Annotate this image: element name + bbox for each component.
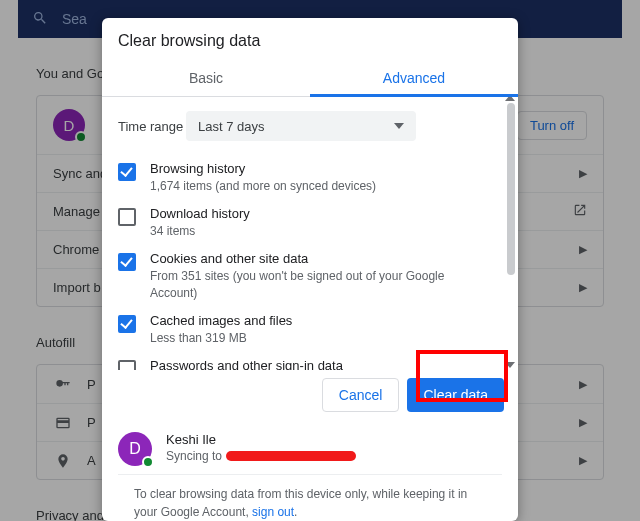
dialog-tabs: Basic Advanced [102,60,518,97]
options-scroll: Time range Last 7 days Browsing history1… [102,97,518,370]
chevron-down-icon [394,119,404,134]
time-range-value: Last 7 days [198,119,265,134]
dialog-title: Clear browsing data [102,18,518,54]
profile-row: D Keshi Ile Syncing to [102,422,518,470]
sync-badge-icon [142,456,154,468]
avatar: D [118,432,152,466]
option-cached[interactable]: Cached images and filesLess than 319 MB [118,307,518,352]
scrollbar-thumb[interactable] [507,103,515,275]
tab-advanced[interactable]: Advanced [310,60,518,96]
checkbox[interactable] [118,360,136,370]
cancel-button[interactable]: Cancel [322,378,400,412]
checkbox[interactable] [118,163,136,181]
redacted-email [226,451,356,461]
scroll-up-icon[interactable] [505,97,515,101]
profile-name: Keshi Ile [166,432,356,447]
option-download-history[interactable]: Download history34 items [118,200,518,245]
option-cookies[interactable]: Cookies and other site dataFrom 351 site… [118,245,518,306]
footer-note: To clear browsing data from this device … [118,474,502,521]
checkbox[interactable] [118,315,136,333]
tab-basic[interactable]: Basic [102,60,310,96]
annotation-highlight [416,350,508,402]
checkbox[interactable] [118,208,136,226]
time-range-label: Time range [118,119,186,134]
checkbox[interactable] [118,253,136,271]
time-range-select[interactable]: Last 7 days [186,111,416,141]
sign-out-link[interactable]: sign out [252,505,294,519]
profile-sync-label: Syncing to [166,449,222,463]
option-browsing-history[interactable]: Browsing history1,674 items (and more on… [118,155,518,200]
clear-browsing-data-dialog: Clear browsing data Basic Advanced Time … [102,18,518,521]
